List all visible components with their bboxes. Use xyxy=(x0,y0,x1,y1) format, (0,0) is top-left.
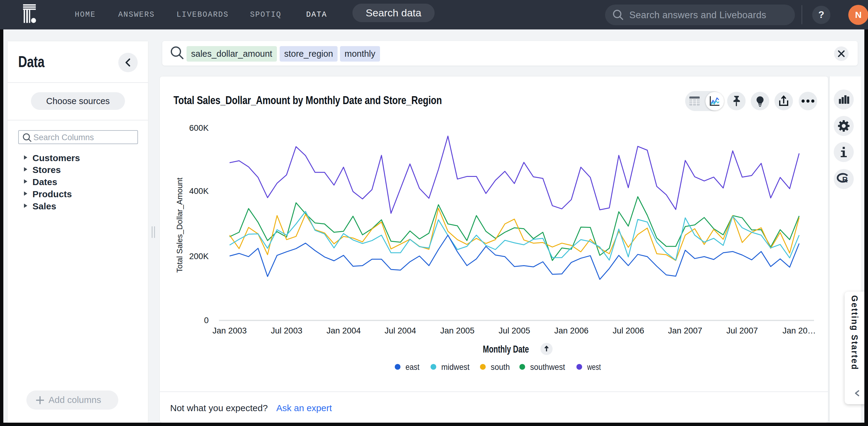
svg-text:Monthly Date: Monthly Date xyxy=(483,343,529,355)
svg-text:200K: 200K xyxy=(189,251,209,261)
svg-text:600K: 600K xyxy=(189,123,209,132)
svg-text:Jan 20…: Jan 20… xyxy=(782,326,816,335)
svg-text:east: east xyxy=(405,362,420,372)
svg-text:Jul 2004: Jul 2004 xyxy=(384,326,416,335)
svg-text:Jan 2004: Jan 2004 xyxy=(326,326,361,335)
svg-text:Jul 2003: Jul 2003 xyxy=(271,326,302,335)
svg-text:Jul 2006: Jul 2006 xyxy=(613,326,644,335)
svg-text:southwest: southwest xyxy=(530,362,565,372)
svg-text:Jan 2005: Jan 2005 xyxy=(440,326,474,335)
svg-text:Jul 2005: Jul 2005 xyxy=(499,326,530,335)
svg-text:south: south xyxy=(491,362,510,372)
svg-text:Jan 2007: Jan 2007 xyxy=(668,326,702,335)
svg-text:Jan 2003: Jan 2003 xyxy=(212,326,247,335)
svg-text:Total Sales_Dollar_Amount: Total Sales_Dollar_Amount xyxy=(175,177,184,272)
svg-text:Jan 2006: Jan 2006 xyxy=(554,326,588,335)
svg-text:R: R xyxy=(842,175,848,184)
svg-text:0: 0 xyxy=(204,315,209,325)
svg-text:Jul 2007: Jul 2007 xyxy=(726,326,758,335)
svg-text:midwest: midwest xyxy=(441,362,469,372)
svg-text:west: west xyxy=(587,362,601,372)
svg-text:400K: 400K xyxy=(189,186,209,196)
